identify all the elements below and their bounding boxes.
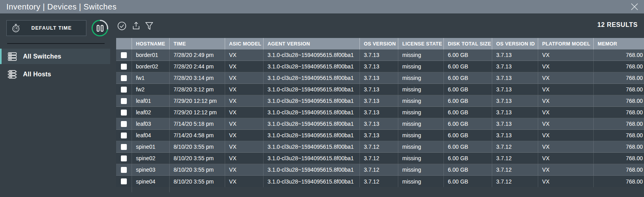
sidebar-item-label: All Switches [23, 53, 61, 60]
row-checkbox[interactable] [121, 75, 127, 81]
table-row[interactable]: spine038/10/20 3:55 pmVX3.1.0-cl3u28~159… [116, 164, 644, 176]
table-row[interactable]: spine028/10/20 3:55 pmVX3.1.0-cl3u28~159… [116, 153, 644, 164]
cell-time: 7/28/20 3:14 pm [170, 72, 225, 83]
row-checkbox[interactable] [121, 167, 127, 173]
select-all-button[interactable] [117, 21, 127, 31]
cell-hostname: spine04 [132, 176, 170, 187]
cell-os-version: 3.7.13 [360, 130, 398, 141]
row-checkbox[interactable] [121, 87, 127, 93]
cell-license-state: missing [398, 153, 444, 164]
table-row[interactable]: fw27/28/20 3:12 pmVX3.1.0-cl3u28~1594095… [116, 84, 644, 95]
column-header-os-version[interactable]: OS VERSION [360, 38, 398, 49]
close-button[interactable] [629, 1, 640, 12]
table-row[interactable]: leaf027/29/20 12:12 pmVX3.1.0-cl3u28~159… [116, 107, 644, 118]
sidebar-item-all-hosts[interactable]: All Hosts [0, 66, 110, 82]
column-header-time[interactable]: TIME [170, 38, 225, 49]
column-header-platform-model[interactable]: PLATFORM MODEL [538, 38, 594, 49]
table-row[interactable]: leaf017/29/20 12:12 pmVX3.1.0-cl3u28~159… [116, 95, 644, 107]
cell-agent-version: 3.1.0-cl3u28~1594095615.8f00ba1 [264, 49, 360, 61]
cell-hostname: fw2 [132, 84, 170, 95]
cell-asic-model: VX [225, 84, 264, 95]
table-body: border017/28/20 2:49 pmVX3.1.0-cl3u28~15… [116, 49, 644, 187]
cell-agent-version: 3.1.0-cl3u28~1594095615.8f00ba1 [264, 118, 360, 129]
pause-icon [93, 21, 107, 35]
cell-disk-total-size: 6.00 GB [444, 84, 492, 95]
cell-time: 7/14/20 5:18 pm [170, 118, 225, 129]
table-row[interactable]: border017/28/20 2:49 pmVX3.1.0-cl3u28~15… [116, 49, 644, 61]
cell-disk-total-size: 6.00 GB [444, 95, 492, 106]
row-checkbox[interactable] [121, 144, 127, 150]
cell-time: 7/29/20 12:12 pm [170, 107, 225, 118]
table-row[interactable]: border027/28/20 2:44 pmVX3.1.0-cl3u28~15… [116, 61, 644, 72]
cell-memory: 768.00 [594, 72, 644, 83]
pause-refresh-button[interactable] [92, 20, 108, 36]
cell-memory: 768.00 [594, 49, 644, 61]
cell-os-version-id: 3.7.12 [492, 153, 538, 164]
table-row[interactable]: leaf037/14/20 5:18 pmVX3.1.0-cl3u28~1594… [116, 118, 644, 130]
cell-os-version: 3.7.12 [360, 164, 398, 175]
default-time-button[interactable]: DEFAULT TIME [6, 20, 86, 36]
cell-memory: 768.00 [594, 130, 644, 141]
cell-hostname: leaf03 [132, 118, 170, 129]
cell-agent-version: 3.1.0-cl3u28~1594095615.8f00ba1 [264, 176, 360, 187]
row-checkbox[interactable] [121, 155, 127, 161]
cell-asic-model: VX [225, 95, 264, 106]
cell-hostname: spine01 [132, 141, 170, 152]
cell-hostname: leaf04 [132, 130, 170, 141]
cell-disk-total-size: 6.00 GB [444, 49, 492, 61]
cell-time: 8/10/20 3:55 pm [170, 164, 225, 175]
cell-disk-total-size: 6.00 GB [444, 118, 492, 129]
cell-memory: 768.00 [594, 141, 644, 152]
row-checkbox[interactable] [121, 52, 127, 58]
row-checkbox[interactable] [121, 121, 127, 127]
table-row[interactable]: fw17/28/20 3:14 pmVX3.1.0-cl3u28~1594095… [116, 72, 644, 84]
cell-os-version-id: 3.7.13 [492, 118, 538, 129]
row-checkbox[interactable] [121, 64, 127, 70]
cell-disk-total-size: 6.00 GB [444, 130, 492, 141]
column-header-license-state[interactable]: LICENSE STATE [398, 38, 444, 49]
row-checkbox[interactable] [121, 98, 127, 104]
column-header-hostname[interactable]: HOSTNAME [132, 38, 170, 49]
cell-agent-version: 3.1.0-cl3u28~1594095615.8f00ba1 [264, 107, 360, 118]
sidebar-item-label: All Hosts [23, 71, 51, 78]
table-row[interactable]: spine048/10/20 3:55 pmVX3.1.0-cl3u28~159… [116, 176, 644, 187]
cell-time: 8/10/20 3:55 pm [170, 153, 225, 164]
export-button[interactable] [131, 21, 141, 31]
column-header-disk-total-size[interactable]: DISK TOTAL SIZE [444, 38, 492, 49]
cell-time: 7/14/20 4:58 pm [170, 130, 225, 141]
cell-agent-version: 3.1.0-cl3u28~1594095615.8f00ba1 [264, 95, 360, 106]
cell-time: 7/28/20 2:49 pm [170, 49, 225, 61]
cell-os-version: 3.7.13 [360, 95, 398, 106]
column-header-os-version-id[interactable]: OS VERSION ID [492, 38, 538, 49]
column-header-select[interactable] [116, 38, 132, 49]
cell-agent-version: 3.1.0-cl3u28~1594095615.8f00ba1 [264, 84, 360, 95]
row-checkbox[interactable] [121, 178, 127, 184]
table-row[interactable]: leaf047/14/20 4:58 pmVX3.1.0-cl3u28~1594… [116, 130, 644, 141]
cell-asic-model: VX [225, 141, 264, 152]
cell-time: 8/10/20 3:55 pm [170, 176, 225, 187]
row-checkbox[interactable] [121, 133, 127, 138]
column-header-agent-version[interactable]: AGENT VERSION [264, 38, 360, 49]
page-title: Inventory | Devices | Switches [6, 2, 117, 11]
row-select-cell [116, 95, 132, 106]
cell-license-state: missing [398, 107, 444, 118]
cell-os-version-id: 3.7.13 [492, 130, 538, 141]
cell-os-version: 3.7.13 [360, 61, 398, 72]
sidebar-item-all-switches[interactable]: All Switches [0, 49, 110, 64]
cell-agent-version: 3.1.0-cl3u28~1594095615.8f00ba1 [264, 141, 360, 152]
switches-table: HOSTNAMETIMEASIC MODELAGENT VERSIONOS VE… [116, 38, 644, 187]
cell-agent-version: 3.1.0-cl3u28~1594095615.8f00ba1 [264, 61, 360, 72]
cell-license-state: missing [398, 176, 444, 187]
row-select-cell [116, 118, 132, 129]
cell-disk-total-size: 6.00 GB [444, 141, 492, 152]
table-row[interactable]: spine018/10/20 3:55 pmVX3.1.0-cl3u28~159… [116, 141, 644, 153]
column-header-memor[interactable]: MEMOR [594, 38, 644, 49]
column-header-asic-model[interactable]: ASIC MODEL [225, 38, 264, 49]
cell-memory: 768.00 [594, 153, 644, 164]
filter-button[interactable] [144, 21, 154, 31]
cell-disk-total-size: 6.00 GB [444, 176, 492, 187]
row-checkbox[interactable] [121, 110, 127, 116]
cell-os-version: 3.7.13 [360, 72, 398, 83]
cell-agent-version: 3.1.0-cl3u28~1594095615.8f00ba1 [264, 164, 360, 175]
row-select-cell [116, 84, 132, 95]
